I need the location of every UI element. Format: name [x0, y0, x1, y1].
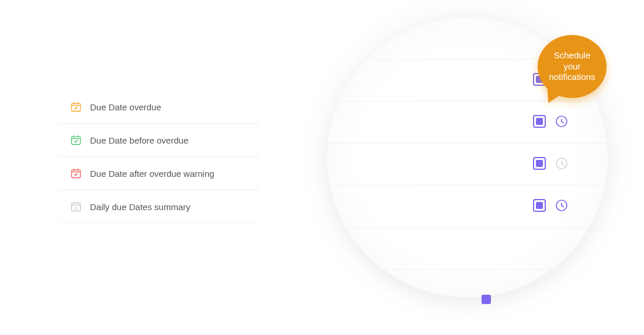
notification-settings-list: Due Date overdue Due Date before overdue… [58, 90, 257, 223]
calendar-check-icon [70, 134, 82, 146]
checkbox-partial-icon [482, 295, 491, 304]
row-due-date-after-overdue-warning[interactable]: Due Date after overdue warning [58, 157, 257, 190]
svg-text:28: 28 [74, 207, 78, 210]
row-due-date-overdue[interactable]: Due Date overdue [58, 90, 257, 124]
row-label: Daily due Dates summary [90, 202, 191, 212]
calendar-check-icon [70, 168, 82, 179]
schedule-clock-icon[interactable] [554, 156, 569, 171]
row-label: Due Date before overdue [90, 135, 188, 145]
row-label: Due Date after overdue warning [90, 169, 214, 179]
checkbox[interactable] [533, 199, 546, 212]
callout-line-1: Schedule [554, 50, 591, 60]
svg-rect-1 [72, 137, 81, 144]
svg-rect-0 [72, 103, 81, 111]
row-daily-due-dates-summary[interactable]: 28 Daily due Dates summary [58, 190, 257, 223]
callout-schedule-notifications: Schedule your notifications [538, 35, 614, 105]
checkbox[interactable] [533, 157, 546, 170]
lens-row-daily-summary [421, 184, 573, 226]
svg-rect-2 [72, 170, 81, 177]
calendar-date-icon: 28 [70, 201, 82, 212]
lens-row-after-overdue-warning [421, 142, 573, 184]
lens-row-before-overdue [421, 100, 573, 142]
row-label: Due Date overdue [90, 102, 161, 112]
calendar-check-icon [70, 101, 82, 113]
row-due-date-before-overdue[interactable]: Due Date before overdue [58, 124, 257, 157]
schedule-clock-icon[interactable] [554, 114, 569, 129]
callout-line-3: notifications [549, 72, 595, 82]
callout-line-2: your [563, 61, 580, 71]
callout-bubble: Schedule your notifications [538, 35, 607, 98]
checkbox[interactable] [533, 115, 546, 128]
schedule-clock-icon[interactable] [554, 198, 569, 213]
